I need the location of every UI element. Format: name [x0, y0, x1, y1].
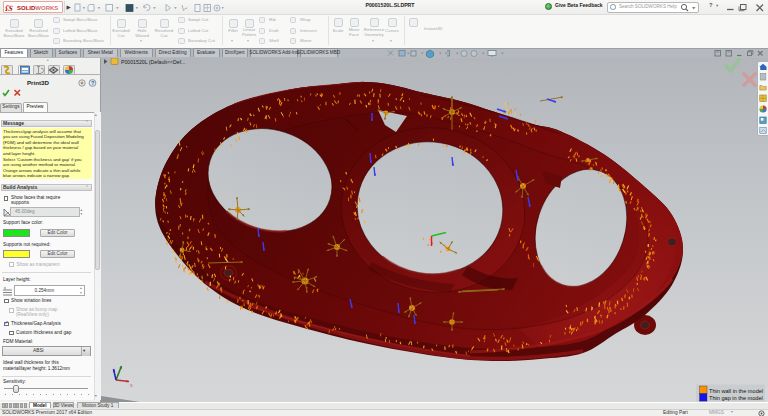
svg-text:Thin gap in the model: Thin gap in the model	[709, 395, 763, 401]
svg-text:ʕS: ʕS	[5, 3, 15, 12]
svg-text:x: x	[130, 382, 133, 388]
svg-text:P0001520L (Default<<Def...: P0001520L (Default<<Def...	[121, 59, 185, 65]
svg-text:SOLIDWORKS: SOLIDWORKS	[17, 5, 58, 11]
svg-text:Thin wall in the model: Thin wall in the model	[709, 388, 763, 394]
